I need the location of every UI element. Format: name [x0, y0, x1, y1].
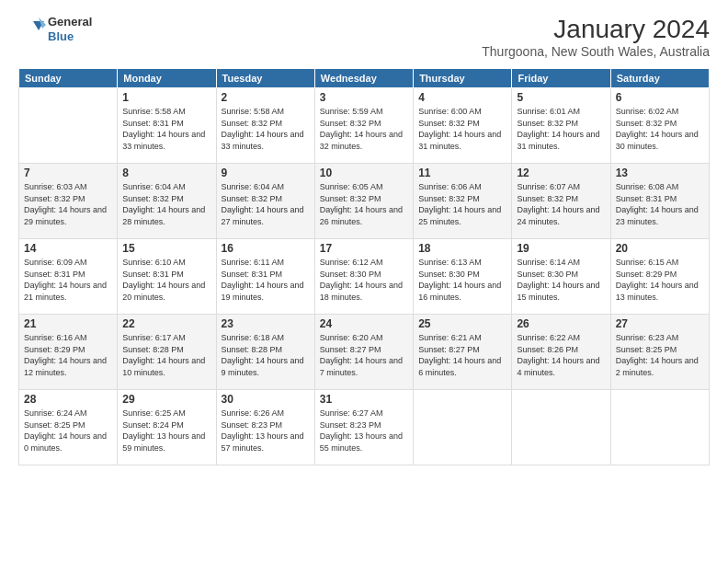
- calendar-week-row: 7 Sunrise: 6:03 AMSunset: 8:32 PMDayligh…: [19, 164, 710, 239]
- logo-text-blue: Blue: [48, 29, 92, 44]
- day-info: Sunrise: 5:59 AMSunset: 8:32 PMDaylight:…: [320, 106, 408, 152]
- day-number: 7: [24, 167, 112, 179]
- table-row: [19, 88, 118, 164]
- day-info: Sunrise: 6:14 AMSunset: 8:30 PMDaylight:…: [517, 257, 605, 303]
- day-number: 18: [418, 242, 506, 255]
- main-title: January 2024: [482, 15, 710, 44]
- day-info: Sunrise: 6:15 AMSunset: 8:29 PMDaylight:…: [616, 257, 704, 303]
- table-row: 14 Sunrise: 6:09 AMSunset: 8:31 PMDaylig…: [19, 239, 118, 315]
- table-row: 20 Sunrise: 6:15 AMSunset: 8:29 PMDaylig…: [610, 239, 709, 315]
- day-info: Sunrise: 6:09 AMSunset: 8:31 PMDaylight:…: [24, 257, 112, 303]
- day-info: Sunrise: 6:23 AMSunset: 8:25 PMDaylight:…: [616, 332, 704, 378]
- day-number: 11: [418, 167, 506, 179]
- calendar-header-row: Sunday Monday Tuesday Wednesday Thursday…: [19, 69, 710, 88]
- subtitle: Thurgoona, New South Wales, Australia: [482, 44, 710, 59]
- day-number: 30: [222, 393, 310, 406]
- day-info: Sunrise: 6:01 AMSunset: 8:32 PMDaylight:…: [517, 106, 605, 152]
- day-info: Sunrise: 6:10 AMSunset: 8:31 PMDaylight:…: [122, 257, 210, 303]
- day-number: 16: [222, 242, 310, 255]
- header-wednesday: Wednesday: [314, 69, 413, 88]
- day-info: Sunrise: 6:24 AMSunset: 8:25 PMDaylight:…: [24, 408, 112, 454]
- table-row: 16 Sunrise: 6:11 AMSunset: 8:31 PMDaylig…: [216, 239, 314, 315]
- table-row: 27 Sunrise: 6:23 AMSunset: 8:25 PMDaylig…: [610, 315, 709, 390]
- table-row: [610, 390, 709, 465]
- day-info: Sunrise: 6:17 AMSunset: 8:28 PMDaylight:…: [122, 332, 210, 378]
- day-info: Sunrise: 6:11 AMSunset: 8:31 PMDaylight:…: [222, 257, 310, 303]
- day-number: 6: [616, 91, 704, 104]
- day-number: 28: [24, 393, 112, 406]
- table-row: 17 Sunrise: 6:12 AMSunset: 8:30 PMDaylig…: [314, 239, 413, 315]
- header: General Blue January 2024 Thurgoona, New…: [18, 15, 710, 59]
- header-thursday: Thursday: [414, 69, 512, 88]
- day-info: Sunrise: 5:58 AMSunset: 8:31 PMDaylight:…: [122, 106, 210, 152]
- day-number: 3: [320, 91, 408, 104]
- table-row: 23 Sunrise: 6:18 AMSunset: 8:28 PMDaylig…: [216, 315, 314, 390]
- day-number: 31: [320, 393, 408, 406]
- header-sunday: Sunday: [19, 69, 118, 88]
- day-number: 19: [517, 242, 605, 255]
- day-info: Sunrise: 6:00 AMSunset: 8:32 PMDaylight:…: [418, 106, 506, 152]
- table-row: 15 Sunrise: 6:10 AMSunset: 8:31 PMDaylig…: [118, 239, 216, 315]
- day-number: 1: [122, 91, 210, 104]
- calendar-week-row: 21 Sunrise: 6:16 AMSunset: 8:29 PMDaylig…: [19, 315, 710, 390]
- title-section: January 2024 Thurgoona, New South Wales,…: [482, 15, 710, 59]
- table-row: 5 Sunrise: 6:01 AMSunset: 8:32 PMDayligh…: [512, 88, 610, 164]
- table-row: 21 Sunrise: 6:16 AMSunset: 8:29 PMDaylig…: [19, 315, 118, 390]
- table-row: 8 Sunrise: 6:04 AMSunset: 8:32 PMDayligh…: [118, 164, 216, 239]
- day-number: 26: [517, 317, 605, 330]
- table-row: 28 Sunrise: 6:24 AMSunset: 8:25 PMDaylig…: [19, 390, 118, 465]
- day-info: Sunrise: 6:26 AMSunset: 8:23 PMDaylight:…: [222, 408, 310, 454]
- table-row: 19 Sunrise: 6:14 AMSunset: 8:30 PMDaylig…: [512, 239, 610, 315]
- calendar-week-row: 1 Sunrise: 5:58 AMSunset: 8:31 PMDayligh…: [19, 88, 710, 164]
- table-row: 31 Sunrise: 6:27 AMSunset: 8:23 PMDaylig…: [314, 390, 413, 465]
- logo-bird-icon: [18, 16, 46, 43]
- day-info: Sunrise: 6:05 AMSunset: 8:32 PMDaylight:…: [320, 181, 408, 227]
- table-row: 22 Sunrise: 6:17 AMSunset: 8:28 PMDaylig…: [118, 315, 216, 390]
- table-row: 2 Sunrise: 5:58 AMSunset: 8:32 PMDayligh…: [216, 88, 314, 164]
- calendar-week-row: 28 Sunrise: 6:24 AMSunset: 8:25 PMDaylig…: [19, 390, 710, 465]
- day-number: 24: [320, 317, 408, 330]
- day-number: 14: [24, 242, 112, 255]
- day-info: Sunrise: 6:21 AMSunset: 8:27 PMDaylight:…: [418, 332, 506, 378]
- logo: General Blue: [18, 15, 92, 43]
- day-number: 25: [418, 317, 506, 330]
- day-number: 17: [320, 242, 408, 255]
- table-row: 13 Sunrise: 6:08 AMSunset: 8:31 PMDaylig…: [610, 164, 709, 239]
- table-row: 3 Sunrise: 5:59 AMSunset: 8:32 PMDayligh…: [314, 88, 413, 164]
- table-row: 25 Sunrise: 6:21 AMSunset: 8:27 PMDaylig…: [414, 315, 512, 390]
- table-row: 1 Sunrise: 5:58 AMSunset: 8:31 PMDayligh…: [118, 88, 216, 164]
- table-row: 7 Sunrise: 6:03 AMSunset: 8:32 PMDayligh…: [19, 164, 118, 239]
- logo-text-general: General: [48, 15, 92, 29]
- day-number: 9: [222, 167, 310, 179]
- day-number: 10: [320, 167, 408, 179]
- day-info: Sunrise: 6:08 AMSunset: 8:31 PMDaylight:…: [616, 181, 704, 227]
- day-number: 20: [616, 242, 704, 255]
- day-number: 22: [122, 317, 210, 330]
- table-row: 24 Sunrise: 6:20 AMSunset: 8:27 PMDaylig…: [314, 315, 413, 390]
- table-row: 6 Sunrise: 6:02 AMSunset: 8:32 PMDayligh…: [610, 88, 709, 164]
- day-info: Sunrise: 6:18 AMSunset: 8:28 PMDaylight:…: [222, 332, 310, 378]
- table-row: 26 Sunrise: 6:22 AMSunset: 8:26 PMDaylig…: [512, 315, 610, 390]
- day-info: Sunrise: 6:16 AMSunset: 8:29 PMDaylight:…: [24, 332, 112, 378]
- table-row: 12 Sunrise: 6:07 AMSunset: 8:32 PMDaylig…: [512, 164, 610, 239]
- day-number: 13: [616, 167, 704, 179]
- table-row: 30 Sunrise: 6:26 AMSunset: 8:23 PMDaylig…: [216, 390, 314, 465]
- day-info: Sunrise: 6:12 AMSunset: 8:30 PMDaylight:…: [320, 257, 408, 303]
- day-number: 21: [24, 317, 112, 330]
- day-info: Sunrise: 6:25 AMSunset: 8:24 PMDaylight:…: [122, 408, 210, 454]
- table-row: 9 Sunrise: 6:04 AMSunset: 8:32 PMDayligh…: [216, 164, 314, 239]
- header-monday: Monday: [118, 69, 216, 88]
- calendar-week-row: 14 Sunrise: 6:09 AMSunset: 8:31 PMDaylig…: [19, 239, 710, 315]
- day-number: 23: [222, 317, 310, 330]
- day-info: Sunrise: 6:20 AMSunset: 8:27 PMDaylight:…: [320, 332, 408, 378]
- table-row: 4 Sunrise: 6:00 AMSunset: 8:32 PMDayligh…: [414, 88, 512, 164]
- day-info: Sunrise: 5:58 AMSunset: 8:32 PMDaylight:…: [222, 106, 310, 152]
- day-info: Sunrise: 6:27 AMSunset: 8:23 PMDaylight:…: [320, 408, 408, 454]
- header-tuesday: Tuesday: [216, 69, 314, 88]
- header-friday: Friday: [512, 69, 610, 88]
- table-row: 11 Sunrise: 6:06 AMSunset: 8:32 PMDaylig…: [414, 164, 512, 239]
- day-number: 5: [517, 91, 605, 104]
- day-number: 2: [222, 91, 310, 104]
- day-info: Sunrise: 6:04 AMSunset: 8:32 PMDaylight:…: [122, 181, 210, 227]
- header-saturday: Saturday: [610, 69, 709, 88]
